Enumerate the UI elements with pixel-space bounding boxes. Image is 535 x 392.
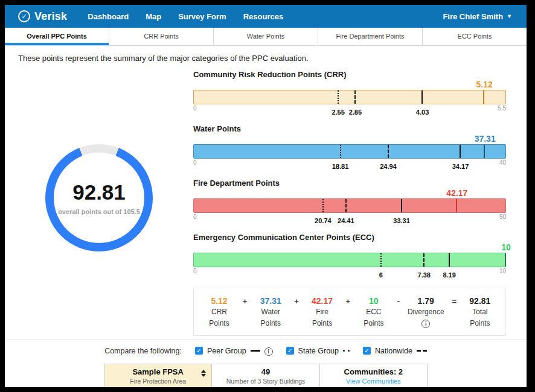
gauges-panel: Community Risk Reduction Points (CRR) 5.…	[193, 70, 506, 336]
marker-label: 24.94	[380, 163, 397, 170]
gauge-value-label: 42.17	[446, 188, 467, 198]
compare-option-label: Peer Group	[207, 347, 246, 355]
peer-group-checkbox[interactable]: ✓	[195, 347, 203, 355]
plus-operator: +	[345, 297, 350, 306]
marker-label: 18.81	[332, 163, 349, 170]
info-cards: Sample FPSA Fire Protection Area 49 Numb…	[104, 364, 428, 387]
peer-group-info-icon[interactable]: i	[264, 347, 273, 356]
verisk-logo-icon: ✓	[18, 10, 30, 22]
summary-label: Points	[255, 318, 286, 329]
state-group-checkbox[interactable]: ✓	[286, 347, 294, 355]
fpsa-select-value: Sample FPSA	[109, 367, 207, 376]
buildings-card: 49 Number of 3 Story Buildings	[212, 364, 319, 387]
summary-term-fire: 42.17 Fire Points	[307, 296, 338, 329]
gauge-fire-department: Fire Department Points 42.17 05020.7424.…	[193, 179, 506, 227]
solid-line-legend-icon	[251, 350, 260, 352]
summary-value: 42.17	[307, 296, 338, 306]
gauge-title: Fire Department Points	[193, 179, 506, 188]
plus-operator: +	[243, 297, 248, 306]
marker-label: 6	[379, 271, 383, 279]
buildings-caption: Number of 3 Story Buildings	[217, 378, 314, 385]
gauge-axis: 01067.388.19	[193, 267, 506, 282]
divergence-info-icon[interactable]: i	[421, 320, 430, 328]
buildings-count: 49	[217, 367, 314, 376]
summary-term-water: 37.31 Water Points	[255, 296, 286, 329]
axis-min: 0	[193, 105, 197, 112]
gauge-axis: 05020.7424.4133.31	[193, 213, 506, 227]
marker-label: 8.19	[443, 271, 456, 279]
marker-label: 2.55	[332, 109, 344, 116]
gauge-crr: Community Risk Reduction Points (CRR) 5.…	[193, 70, 506, 119]
nav-item-resources[interactable]: Resources	[243, 12, 283, 21]
nav-item-dashboard[interactable]: Dashboard	[88, 12, 129, 21]
gauge-water: Water Points 37.31 04018.8124.9434.17	[193, 124, 506, 173]
nav-item-map[interactable]: Map	[146, 12, 161, 21]
overall-score-panel: 92.81 overall points out of 105.5	[5, 70, 193, 336]
tab-overall-ppc-points[interactable]: Overall PPC Points	[5, 28, 109, 45]
summary-label: CRR	[203, 307, 235, 317]
gauge-value-marker	[484, 145, 485, 158]
axis-max: 50	[499, 213, 506, 220]
summary-value: 37.31	[255, 296, 286, 306]
summary-label: Divergence	[408, 307, 444, 317]
summary-label: Points	[203, 318, 235, 329]
summary-term-crr: 5.12 CRR Points	[203, 296, 235, 329]
gauge-axis: 04018.8124.9434.17	[193, 159, 506, 173]
tab-fire-department-points[interactable]: Fire Department Points	[318, 28, 423, 45]
fpsa-select-caption: Fire Protection Area	[109, 378, 207, 385]
marker-state-group	[340, 145, 341, 158]
tab-crr-points[interactable]: CRR Points	[109, 28, 214, 45]
verisk-logo[interactable]: ✓ Verisk	[18, 10, 67, 23]
marker-label: 34.17	[452, 163, 469, 170]
compare-option-peer-group[interactable]: ✓ Peer Group i	[195, 346, 273, 356]
marker-state-group	[322, 199, 324, 212]
gauge-axis: 05.52.552.854.03	[193, 104, 506, 119]
overall-score-value: 92.81	[72, 180, 126, 204]
overall-score-donut: 92.81 overall points out of 105.5	[45, 144, 153, 251]
summary-label: ECC	[358, 307, 389, 317]
summary-label: Points	[307, 318, 338, 329]
gauge-value-label: 37.31	[475, 134, 496, 144]
gauge-track	[193, 90, 506, 104]
compare-option-state-group[interactable]: ✓ State Group	[286, 347, 350, 355]
view-communities-link[interactable]: View Communities	[325, 378, 422, 385]
dashed-line-legend-icon	[417, 350, 427, 352]
intro-text: These points represent the summary of th…	[5, 46, 527, 66]
user-menu[interactable]: Fire Chief Smith ▼	[443, 12, 512, 21]
marker-peer-group	[460, 145, 461, 158]
summary-label: Total	[464, 307, 496, 317]
marker-peer-group	[421, 90, 423, 104]
donut-center: 92.81 overall points out of 105.5	[54, 153, 144, 243]
marker-label: 33.31	[393, 217, 410, 224]
summary-term-ecc: 10 ECC Points	[358, 296, 389, 329]
marker-peer-group	[449, 253, 450, 267]
axis-min: 0	[193, 213, 197, 220]
marker-state-group	[380, 253, 382, 267]
app-window: ✓ Verisk Dashboard Map Survey Form Resou…	[5, 5, 527, 387]
equals-operator: =	[452, 297, 457, 306]
minus-operator: -	[397, 297, 400, 306]
tab-water-points[interactable]: Water Points	[214, 28, 318, 45]
axis-min: 0	[193, 159, 197, 166]
fpsa-select[interactable]: Sample FPSA Fire Protection Area	[104, 364, 212, 387]
marker-nationwide	[423, 253, 424, 267]
summary-term-total: 92.81 Total Points	[464, 296, 496, 329]
gauge-track	[193, 253, 506, 267]
nationwide-checkbox[interactable]: ✓	[363, 347, 371, 355]
gauge-title: Emergency Communication Center Points (E…	[193, 233, 506, 242]
dotted-line-legend-icon	[343, 350, 350, 352]
summary-value: 5.12	[203, 296, 235, 306]
tab-ecc-points[interactable]: ECC Points	[423, 28, 527, 45]
nav-item-survey-form[interactable]: Survey Form	[178, 12, 226, 21]
compare-option-nationwide[interactable]: ✓ Nationwide	[363, 347, 427, 355]
top-navbar: ✓ Verisk Dashboard Map Survey Form Resou…	[5, 5, 527, 28]
chevron-down-icon: ▼	[507, 13, 512, 19]
communities-card: Communities: 2 View Communities	[320, 364, 427, 387]
summary-label: Points	[358, 318, 389, 329]
gauge-track	[193, 144, 506, 159]
marker-nationwide	[345, 199, 347, 212]
gauge-ecc: Emergency Communication Center Points (E…	[193, 233, 506, 282]
marker-label: 4.03	[416, 109, 429, 116]
nav-items: Dashboard Map Survey Form Resources	[88, 12, 283, 21]
summary-value: 1.79	[408, 296, 444, 306]
